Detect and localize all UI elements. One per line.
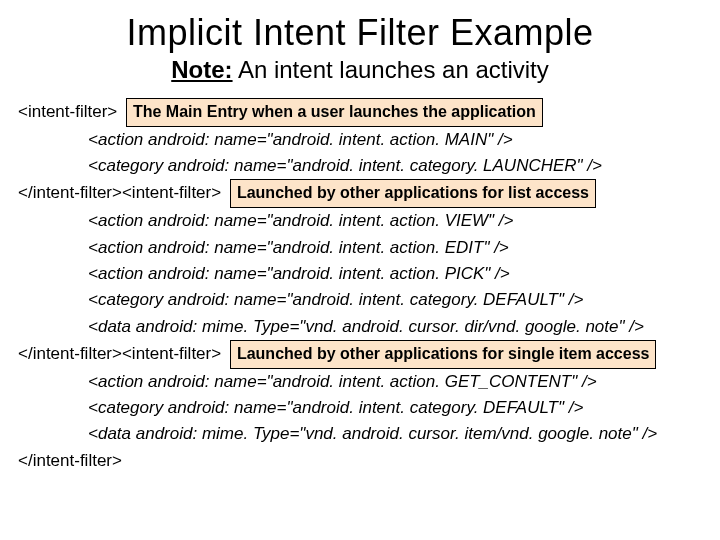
code-line: </intent-filter><intent-filter> Launched…	[18, 179, 702, 208]
code-text: <intent-filter>	[18, 102, 117, 121]
slide: Implicit Intent Filter Example Note: An …	[0, 0, 720, 484]
code-line: <category android: name="android. intent…	[18, 153, 702, 179]
code-line: <intent-filter> The Main Entry when a us…	[18, 98, 702, 127]
code-line: <action android: name="android. intent. …	[18, 369, 702, 395]
code-line: <data android: mime. Type="vnd. android.…	[18, 421, 702, 447]
code-line: <action android: name="android. intent. …	[18, 127, 702, 153]
code-line: <category android: name="android. intent…	[18, 395, 702, 421]
code-text: </intent-filter><intent-filter>	[18, 183, 221, 202]
code-line: <action android: name="android. intent. …	[18, 235, 702, 261]
code-line: </intent-filter>	[18, 448, 702, 474]
code-line: <category android: name="android. intent…	[18, 287, 702, 313]
code-line: <data android: mime. Type="vnd. android.…	[18, 314, 702, 340]
code-line: </intent-filter><intent-filter> Launched…	[18, 340, 702, 369]
code-line: <action android: name="android. intent. …	[18, 261, 702, 287]
note-label: Note:	[171, 56, 232, 83]
callout-list-access: Launched by other applications for list …	[230, 179, 596, 208]
subtitle-text: An intent launches an activity	[233, 56, 549, 83]
callout-main-entry: The Main Entry when a user launches the …	[126, 98, 543, 127]
code-text: </intent-filter><intent-filter>	[18, 344, 221, 363]
slide-title: Implicit Intent Filter Example	[18, 12, 702, 54]
callout-single-item: Launched by other applications for singl…	[230, 340, 657, 369]
code-line: <action android: name="android. intent. …	[18, 208, 702, 234]
slide-subtitle: Note: An intent launches an activity	[18, 56, 702, 84]
code-block: <intent-filter> The Main Entry when a us…	[18, 98, 702, 474]
